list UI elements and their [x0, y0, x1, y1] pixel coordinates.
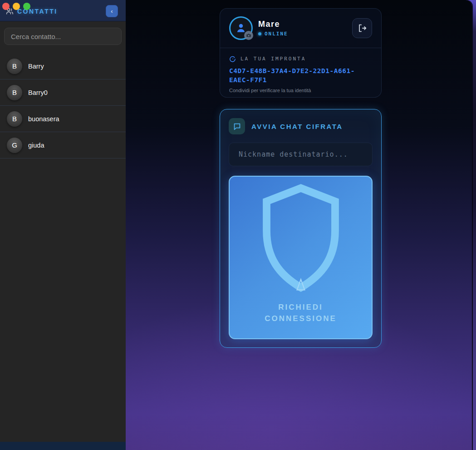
fingerprint-value: C4D7-E48B-37A4-D7E2-22D1-A661-EAEC-F7F1 [229, 66, 372, 84]
start-chat-title: AVVIA CHAT CIFRATA [251, 123, 343, 130]
contact-list-item[interactable]: G giuda [0, 132, 126, 158]
search-input[interactable] [4, 28, 122, 45]
contact-list: B Barry B Barry0 B buonasera G giuda [0, 53, 126, 442]
close-window-button[interactable] [2, 3, 10, 10]
maximize-window-button[interactable] [23, 3, 30, 10]
change-avatar-button[interactable] [244, 31, 253, 40]
sidebar-header: CONTATTI ‹ [0, 0, 126, 21]
contact-avatar: G [7, 138, 22, 153]
chat-icon-box [229, 118, 245, 134]
camera-icon [246, 33, 251, 38]
fingerprint-hint: Condividi per verificare la tua identità [229, 88, 372, 93]
contacts-sidebar: CONTATTI ‹ B Barry B Barry0 B buonasera [0, 0, 126, 450]
logout-button[interactable] [352, 18, 372, 38]
contact-name: Barry [28, 63, 44, 70]
profile-card: Mare ONLINE [220, 8, 382, 98]
contact-list-item[interactable]: B buonasera [0, 106, 126, 132]
recipient-nickname-input[interactable] [229, 143, 373, 166]
window-controls [2, 3, 30, 10]
minimize-window-button[interactable] [13, 3, 20, 10]
shield-icon [251, 177, 351, 296]
logout-icon [357, 23, 367, 33]
contact-avatar: B [7, 111, 22, 127]
main-area: Mare ONLINE [126, 0, 472, 450]
request-connection-label: RICHIEDI CONNESSIONE [249, 302, 353, 324]
user-avatar [229, 16, 253, 40]
contact-list-item[interactable]: B Barry [0, 53, 126, 79]
start-chat-card: AVVIA CHAT CIFRATA RICHIEDI CONNESSIONE [220, 109, 382, 348]
sidebar-footer-bar [0, 442, 126, 450]
app-window: CONTATTI ‹ B Barry B Barry0 B buonasera [0, 0, 472, 450]
fingerprint-icon [229, 55, 236, 62]
search-section [0, 21, 126, 53]
online-status-label: ONLINE [265, 31, 288, 37]
username: Mare [258, 20, 352, 29]
chat-bubble-icon [233, 122, 241, 131]
chevron-left-icon: ‹ [111, 8, 113, 15]
contact-avatar: B [7, 59, 22, 74]
request-connection-button[interactable]: RICHIEDI CONNESSIONE [229, 176, 373, 339]
contact-name: Barry0 [28, 89, 48, 96]
contact-avatar: B [7, 85, 22, 100]
contact-name: buonasera [28, 115, 59, 123]
online-status-dot [258, 32, 261, 35]
fingerprint-label: LA TUA IMPRONTA [240, 56, 306, 62]
contact-list-item[interactable]: B Barry0 [0, 79, 126, 106]
collapse-sidebar-button[interactable]: ‹ [106, 5, 118, 17]
contact-name: giuda [28, 142, 44, 149]
